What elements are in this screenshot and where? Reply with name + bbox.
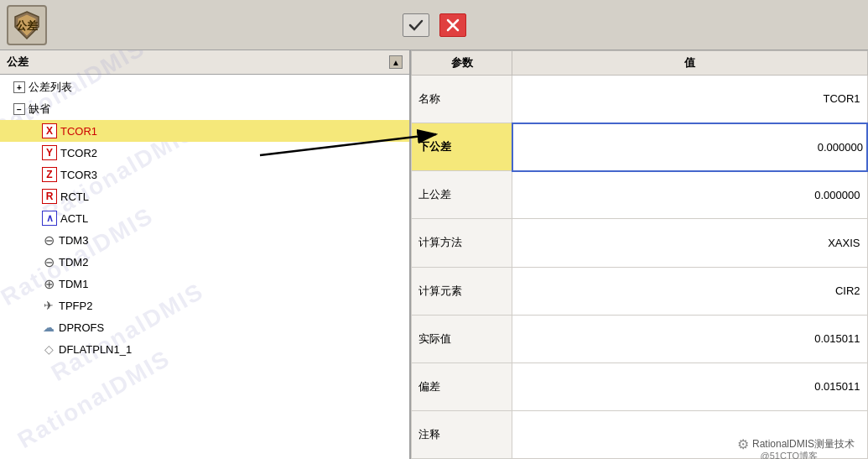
tree-label-tcor2: TCOR2 xyxy=(60,147,97,159)
param-name-cell-actual: 实际值 xyxy=(412,315,512,363)
tree-item-dflatpln11[interactable]: ◇ DFLATPLN1_1 xyxy=(0,338,409,360)
toolbar-center-buttons xyxy=(403,13,466,37)
right-panel: RationalDMIS RationalDMIS RationalDMIS R… xyxy=(411,50,868,459)
tree-item-tdm1[interactable]: ⊕ TDM1 xyxy=(0,273,409,295)
brand-sub: @51CTO博客 xyxy=(761,450,818,459)
main-window: 公差 RationalDMIS RationalDMIS xyxy=(0,0,868,459)
tree-item-tcor1[interactable]: X TCOR1 xyxy=(0,120,409,142)
scroll-up-button[interactable]: ▲ xyxy=(389,55,403,69)
tree-item-actl[interactable]: ∧ ACTL xyxy=(0,207,409,229)
tree-label-rctl: RCTL xyxy=(60,190,89,203)
tdm1-icon: ⊕ xyxy=(42,277,55,290)
app-icon: 公差 xyxy=(7,5,47,45)
table-row: 名称 TCOR1 xyxy=(412,76,868,123)
tree-label-quesheng: 缺省 xyxy=(29,102,50,117)
col-value-header: 值 xyxy=(512,51,868,76)
tree-item-tdm3[interactable]: ⊖ TDM3 xyxy=(0,229,409,251)
param-value-cell-upper: 0.000000 xyxy=(512,171,868,219)
table-row: 偏差 0.015011 xyxy=(412,363,868,410)
tdm3-icon: ⊖ xyxy=(42,233,55,247)
tree-label-tcor3: TCOR3 xyxy=(60,169,97,181)
left-panel-header: 公差 ▲ xyxy=(0,50,409,75)
tree-label-actl: ACTL xyxy=(60,212,88,225)
toolbar: 公差 xyxy=(0,0,868,50)
cancel-button[interactable] xyxy=(439,13,466,37)
tree-item-tcor3[interactable]: Z TCOR3 xyxy=(0,164,409,185)
tree-item-quesheng[interactable]: − 缺省 xyxy=(0,98,409,120)
param-value-cell-method: XAXIS xyxy=(512,219,868,267)
rctl-icon: R xyxy=(42,189,57,204)
tree-label: 公差列表 xyxy=(29,80,72,95)
expand-icon-quesheng[interactable]: − xyxy=(13,103,25,115)
table-row: 计算方法 XAXIS xyxy=(412,219,868,267)
tdm2-icon: ⊖ xyxy=(42,255,55,269)
param-name-cell-upper: 上公差 xyxy=(412,171,512,219)
param-name-cell-note: 注释 xyxy=(412,410,512,458)
tpfp2-icon: ✈ xyxy=(42,299,55,312)
table-row: 计算元素 CIR2 xyxy=(412,267,868,315)
tree-item-tpfp2[interactable]: ✈ TPFP2 xyxy=(0,295,409,316)
svg-text:公差: 公差 xyxy=(15,19,39,32)
tree-item-tdm2[interactable]: ⊖ TDM2 xyxy=(0,251,409,273)
tcor1-icon: X xyxy=(42,123,57,138)
close-x-icon xyxy=(445,18,460,33)
content-area: RationalDMIS RationalDMIS RationalDMIS R… xyxy=(0,50,868,459)
left-panel: RationalDMIS RationalDMIS RationalDMIS R… xyxy=(0,50,411,459)
dprofs-icon: ☁ xyxy=(42,321,55,334)
table-row: 实际值 0.015011 xyxy=(412,315,868,363)
dflatpln11-icon: ◇ xyxy=(42,342,55,356)
tree-item-gongchalist[interactable]: + 公差列表 xyxy=(0,76,409,98)
tree-label-tdm3: TDM3 xyxy=(59,234,88,247)
brand-logo-icon: ⚙ xyxy=(737,436,749,452)
param-value-cell-element: CIR2 xyxy=(512,267,868,315)
tree-label-tdm2: TDM2 xyxy=(59,256,88,269)
confirm-button[interactable] xyxy=(403,13,429,37)
tree-content: + 公差列表 − 缺省 X TCOR1 Y TCOR2 xyxy=(0,75,409,459)
tree-item-rctl[interactable]: R RCTL xyxy=(0,185,409,207)
param-name-cell-method: 计算方法 xyxy=(412,219,512,267)
tcor3-icon: Z xyxy=(42,167,57,182)
lower-tolerance-input[interactable] xyxy=(517,141,864,154)
expand-icon[interactable]: + xyxy=(13,81,25,93)
param-name-cell-deviation: 偏差 xyxy=(412,363,512,410)
param-value-cell-actual: 0.015011 xyxy=(512,315,868,363)
param-name-cell-lower: 下公差 xyxy=(412,123,512,171)
tree-label-tdm1: TDM1 xyxy=(59,278,88,290)
checkmark-icon xyxy=(408,17,424,34)
tree-label-dprofs: DPROFS xyxy=(59,321,104,334)
tcor2-icon: Y xyxy=(42,145,57,160)
table-row: 下公差 xyxy=(412,123,868,171)
actl-icon: ∧ xyxy=(42,211,57,226)
params-table: 参数 值 名称 TCOR1 下公差 xyxy=(411,50,868,459)
shield-icon: 公差 xyxy=(12,10,42,40)
tree-label-tpfp2: TPFP2 xyxy=(59,300,92,312)
param-name-cell-element: 计算元素 xyxy=(412,267,512,315)
tree-item-dprofs[interactable]: ☁ DPROFS xyxy=(0,316,409,338)
param-value-cell-deviation: 0.015011 xyxy=(512,363,868,410)
table-row: 上公差 0.000000 xyxy=(412,171,868,219)
col-param-header: 参数 xyxy=(412,51,512,76)
tree-label-tcor1: TCOR1 xyxy=(60,125,97,138)
left-panel-title: 公差 xyxy=(7,55,29,70)
tree-label-dflatpln11: DFLATPLN1_1 xyxy=(59,343,132,356)
param-value-cell-lower[interactable] xyxy=(512,123,868,171)
param-name-cell: 名称 xyxy=(412,76,512,123)
param-value-cell: TCOR1 xyxy=(512,76,868,123)
tree-item-tcor2[interactable]: Y TCOR2 xyxy=(0,142,409,164)
